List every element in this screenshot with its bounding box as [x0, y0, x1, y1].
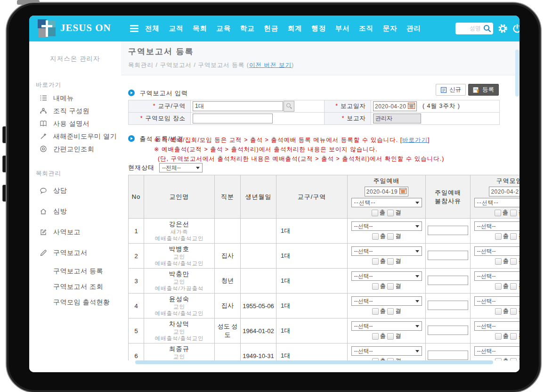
absence-reason-input[interactable]	[428, 226, 468, 235]
attend-checkbox[interactable]	[495, 258, 502, 265]
absent-checkbox[interactable]	[510, 308, 517, 315]
group-meeting-select[interactable]: --선택--	[474, 246, 520, 256]
nav-item[interactable]: 전체	[145, 24, 160, 32]
nav-item[interactable]: 문자	[383, 24, 398, 32]
name-search-input[interactable]: 성명	[455, 23, 493, 34]
group-meeting-title: 구역모임	[496, 177, 520, 185]
nav-item[interactable]: 목회	[193, 24, 207, 32]
absent-checkbox[interactable]	[510, 333, 517, 340]
absence-reason-input[interactable]	[428, 276, 468, 285]
group-meeting-select[interactable]: --선택--	[474, 198, 520, 207]
vertical-scrollbar[interactable]	[515, 49, 519, 97]
absent-checkbox[interactable]	[387, 258, 394, 265]
sunday-service-select[interactable]: --선택--	[351, 271, 422, 281]
group-meeting-select[interactable]: --선택--	[474, 296, 520, 306]
sunday-service-date-input[interactable]: 2020-04-19	[365, 187, 408, 196]
absent-label: 결	[395, 232, 401, 240]
nav-item[interactable]: 관리	[406, 24, 421, 32]
sidebar-item-district-report[interactable]: 구역보고서	[29, 243, 121, 263]
absent-checkbox[interactable]	[387, 233, 394, 240]
meeting-place-input[interactable]	[193, 114, 273, 123]
group-meeting-select[interactable]: --선택--	[474, 321, 520, 331]
shortcut-link[interactable]: 바로가기	[402, 137, 428, 143]
attend-checkbox[interactable]	[495, 358, 502, 361]
sidebar-subitem-district-meeting-attendance[interactable]: 구역모임 출석현황	[29, 294, 121, 310]
calendar-icon[interactable]	[399, 188, 406, 196]
calendar-icon[interactable]	[408, 102, 415, 110]
nav-item[interactable]: 부서	[335, 24, 350, 32]
row-group-meeting-cell: --선택-- 출 결	[471, 244, 520, 269]
sidebar-item-visitation[interactable]: 심방	[29, 201, 121, 222]
absent-label: 결	[518, 332, 520, 340]
attend-checkbox[interactable]	[495, 308, 502, 315]
sidebar-item-org-members[interactable]: 조직 구성원	[29, 105, 121, 117]
district-search-button[interactable]	[284, 101, 294, 112]
absent-checkbox[interactable]	[387, 210, 394, 216]
col-sunday-absence-reason: 주일예배 불참사유	[426, 175, 471, 219]
sidebar-subitem-district-report-register[interactable]: 구역보고서 등록	[29, 263, 121, 279]
attend-checkbox[interactable]	[372, 283, 379, 290]
group-meeting-select[interactable]: --선택--	[474, 221, 520, 231]
sidebar-subitem-district-report-search[interactable]: 구역보고서 조회	[29, 279, 121, 294]
absence-reason-input[interactable]	[428, 251, 468, 260]
group-meeting-select[interactable]: --선택--	[474, 346, 520, 356]
register-button[interactable]: 등록	[468, 84, 499, 96]
attend-checkbox[interactable]	[372, 258, 379, 265]
search-icon[interactable]	[483, 24, 491, 33]
absent-checkbox[interactable]	[510, 258, 517, 265]
sunday-service-select[interactable]: --선택--	[351, 321, 422, 331]
new-button[interactable]: 신규	[436, 84, 466, 96]
power-logout-icon[interactable]	[512, 24, 520, 33]
nav-item[interactable]: 교육	[216, 24, 231, 32]
sidebar-item-my-menu[interactable]: 내메뉴	[29, 92, 121, 105]
attend-checkbox[interactable]	[495, 210, 501, 216]
attend-checkbox[interactable]	[495, 283, 502, 290]
row-member-name-cell: 최종규 교인 예배출석/출석교인	[144, 343, 215, 361]
attend-checkbox[interactable]	[495, 333, 502, 340]
nav-item[interactable]: 조직	[359, 24, 373, 32]
nav-item[interactable]: 행정	[311, 24, 326, 32]
absent-checkbox[interactable]	[510, 283, 517, 290]
absent-checkbox[interactable]	[510, 210, 517, 216]
sunday-service-select[interactable]: --선택--	[351, 346, 422, 356]
settings-gear-icon[interactable]	[498, 24, 508, 33]
sidebar-item-counseling[interactable]: 상담	[29, 180, 121, 201]
absent-checkbox[interactable]	[387, 308, 394, 315]
absence-reason-input[interactable]	[428, 301, 468, 310]
sidebar-item-ministry-report[interactable]: 사역보고	[29, 222, 121, 243]
current-status-select[interactable]: --전체--	[159, 163, 203, 172]
top-navigation: 전체 교적 목회 교육 학교 헌금 회계 행정 부서 조직 문자 관리	[145, 24, 428, 33]
absent-checkbox[interactable]	[510, 358, 517, 361]
nav-item[interactable]: 회계	[288, 24, 302, 32]
horizontal-scrollbar[interactable]	[135, 360, 493, 364]
attend-checkbox[interactable]	[495, 233, 502, 240]
report-date-input[interactable]: 2020-04-20	[373, 101, 417, 111]
sidebar-item-user-manual[interactable]: 사용 설명서	[29, 117, 121, 130]
hamburger-menu-icon[interactable]	[130, 25, 138, 32]
sunday-service-select[interactable]: --선택--	[351, 221, 422, 231]
new-button-label: 신규	[449, 86, 461, 94]
attend-checkbox[interactable]	[372, 308, 379, 315]
absent-checkbox[interactable]	[510, 233, 517, 240]
absence-reason-input[interactable]	[428, 351, 468, 360]
sunday-service-select[interactable]: --선택--	[351, 198, 422, 207]
absent-label: 결	[395, 332, 401, 340]
nav-item[interactable]: 교적	[169, 24, 183, 32]
nav-item[interactable]: 헌금	[264, 24, 278, 32]
sunday-service-select[interactable]: --선택--	[351, 296, 422, 306]
absent-checkbox[interactable]	[387, 283, 394, 290]
previous-version-link[interactable]: 이전 버전 보기	[249, 62, 292, 68]
sunday-service-select[interactable]: --선택--	[351, 246, 422, 256]
attend-checkbox[interactable]	[372, 210, 378, 216]
attend-checkbox[interactable]	[372, 333, 379, 340]
nav-item[interactable]: 학교	[240, 24, 255, 32]
row-birthdate	[241, 219, 276, 244]
group-meeting-date-input[interactable]: 2020-04-2	[489, 187, 520, 196]
district-input[interactable]: 1대	[193, 101, 283, 111]
sidebar-item-newyear-helper[interactable]: 새해준비도우미 열기	[29, 130, 121, 143]
absence-reason-input[interactable]	[428, 326, 468, 335]
attend-checkbox[interactable]	[372, 233, 379, 240]
sidebar-item-quick-member-lookup[interactable]: 간편교인조회	[29, 143, 121, 155]
absent-checkbox[interactable]	[387, 333, 394, 340]
group-meeting-select[interactable]: --선택--	[474, 271, 520, 281]
